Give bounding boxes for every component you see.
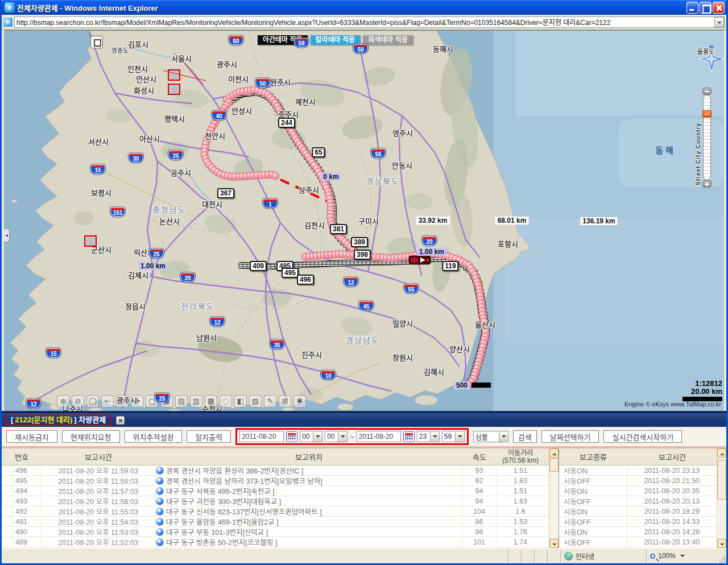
report-row[interactable]: 4942011-08-20 오후 11:57:03대구 동구 사복동 495-2… bbox=[2, 486, 549, 496]
current-location-button[interactable]: 현재위치요청 bbox=[62, 430, 120, 443]
distance-label: 0 km bbox=[321, 173, 341, 181]
status-zoom[interactable]: 100% bbox=[647, 549, 718, 563]
road-shield: 45 bbox=[359, 301, 374, 311]
cell-report-location: 대구 동구 율암동 469-1번지[율암2교 ] bbox=[155, 516, 462, 527]
event-row[interactable]: 시동OFF2011-08-20 21:50 bbox=[559, 476, 717, 486]
vehicle-tab[interactable]: [ 2122(문지현 대리) ] 차량관제 bbox=[5, 415, 111, 426]
header-event-type: 보고종류 bbox=[559, 451, 627, 462]
event-row[interactable]: 시동ON2011-08-20 18:29 bbox=[559, 506, 717, 517]
overview-map-button[interactable] bbox=[90, 36, 103, 48]
scroll-up-button[interactable] bbox=[549, 448, 559, 458]
resize-grip[interactable] bbox=[718, 555, 726, 563]
scroll-thumb[interactable] bbox=[549, 458, 559, 472]
eraser-icon[interactable]: ◧ bbox=[234, 395, 247, 408]
cell-event-type: 시동ON bbox=[559, 526, 627, 537]
gray-theme-button[interactable]: 회색테마 적용 bbox=[363, 35, 413, 45]
hour-to-select[interactable]: 23 bbox=[417, 431, 440, 442]
header-speed: 속도 bbox=[462, 451, 497, 462]
event-row[interactable]: 시동OFF2011-08-20 13:40 bbox=[559, 537, 717, 547]
city-label: 울산시 bbox=[475, 319, 495, 330]
cell-speed: 94 bbox=[462, 487, 497, 495]
minute-to-select[interactable]: 59 bbox=[442, 431, 465, 442]
pen-icon[interactable]: ✎ bbox=[264, 395, 276, 408]
zoom-dropdown-caret[interactable] bbox=[680, 555, 685, 559]
report-row[interactable]: 4902011-08-20 오후 11:53:03대구 동구 부동 101-3번… bbox=[2, 527, 549, 537]
cell-speed: 86 bbox=[462, 518, 497, 526]
grid-icon[interactable]: ⊞ bbox=[279, 395, 291, 408]
sea-label: 동해 bbox=[655, 144, 676, 156]
calendar-to-button[interactable] bbox=[403, 431, 415, 442]
tab-close-button[interactable] bbox=[116, 416, 125, 425]
city-label: 제천시 bbox=[295, 96, 316, 107]
mini-scale-bar bbox=[471, 383, 491, 388]
report-row[interactable]: 4932011-08-20 오후 11:56:03대구 동구 괴전동 300-3… bbox=[2, 496, 549, 506]
road-shield: 40 bbox=[212, 111, 226, 121]
zoom-slider-track[interactable]: Street City Country bbox=[703, 95, 711, 180]
event-row[interactable]: 시동ON2011-08-20 14:28 bbox=[559, 527, 717, 537]
report-row[interactable]: 4962011-08-20 오후 11:59:03경북 경산시 하양읍 환상리 … bbox=[2, 466, 549, 476]
hour-from-dropdown-arrow[interactable] bbox=[313, 431, 322, 442]
address-input[interactable] bbox=[15, 18, 714, 26]
date-select-button[interactable]: 날짜선택하기 bbox=[541, 430, 599, 443]
realtime-search-button[interactable]: 실시간검색시작하기 bbox=[603, 430, 682, 443]
waypoint-number: 496 bbox=[297, 275, 314, 285]
back-icon[interactable]: ← bbox=[101, 395, 114, 408]
lasso-icon[interactable]: ◯ bbox=[86, 395, 99, 408]
zoom-out-slider-button[interactable] bbox=[702, 88, 712, 95]
report-row[interactable]: 4892011-08-20 오후 11:52:03대구 동구 방촌동 50-2번… bbox=[2, 537, 549, 547]
report-table-scrollbar[interactable] bbox=[549, 448, 559, 548]
cell-speed: 93 bbox=[462, 467, 497, 475]
address-dropdown-button[interactable] bbox=[714, 17, 724, 27]
report-row[interactable]: 4952011-08-20 오후 11:58:03경북 경산시 하양읍 남하리 … bbox=[2, 476, 549, 486]
cell-event-time: 2011-08-20 21:50 bbox=[627, 477, 717, 485]
location-text: 대구 동구 방촌동 50-2번지[코코블링 ] bbox=[166, 537, 277, 547]
city-label: 울릉도 bbox=[697, 47, 714, 56]
symbol-select[interactable]: 심볼 bbox=[473, 431, 508, 442]
road-shield: 50 bbox=[353, 44, 368, 54]
calendar-from-button[interactable] bbox=[286, 431, 297, 442]
scroll-down-button[interactable] bbox=[717, 539, 726, 548]
scroll-down-button[interactable] bbox=[549, 539, 559, 548]
road-shield: 30 bbox=[129, 153, 143, 163]
close-button[interactable] bbox=[713, 2, 725, 14]
hour-to-dropdown-arrow[interactable] bbox=[430, 431, 439, 442]
color-theme-button[interactable]: 칼라테마 적용 bbox=[311, 35, 361, 45]
minimize-button[interactable] bbox=[686, 2, 698, 14]
event-row[interactable]: 시동OFF2011-08-20 14:33 bbox=[559, 517, 717, 527]
search-button[interactable]: 검색 bbox=[513, 430, 537, 443]
date-to-input[interactable] bbox=[357, 431, 401, 442]
waypoint-number: 367 bbox=[217, 188, 234, 198]
settings-icon[interactable]: ✱ bbox=[293, 395, 306, 408]
city-label: 논산시 bbox=[159, 215, 180, 226]
event-table-scrollbar[interactable] bbox=[717, 448, 726, 548]
symbol-dropdown-arrow[interactable] bbox=[499, 431, 508, 442]
cell-event-time: 2011-08-20 23:13 bbox=[627, 467, 717, 475]
date-from-input[interactable] bbox=[239, 431, 284, 442]
restart-block-button[interactable]: 재시동금지 bbox=[6, 430, 57, 443]
zoom-slider-handle[interactable] bbox=[702, 110, 712, 118]
event-row[interactable]: 시동ON2011-08-20 23:13 bbox=[559, 466, 717, 476]
minute-to-dropdown-arrow[interactable] bbox=[455, 431, 464, 442]
minute-from-select[interactable]: 00 bbox=[325, 431, 348, 442]
header-report-location: 보고위치 bbox=[155, 451, 462, 462]
cell-report-location: 대구 동구 사복동 495-2번지[숙천교 ] bbox=[155, 485, 462, 496]
tracking-settings-button[interactable]: 위치추적설정 bbox=[125, 430, 183, 443]
cell-no: 496 bbox=[2, 467, 42, 475]
event-row[interactable]: 시동ON2011-08-20 20:35 bbox=[559, 486, 717, 496]
print-icon[interactable]: ▥ bbox=[190, 395, 202, 408]
zoom-slider: Street City Country bbox=[700, 88, 716, 188]
scroll-thumb[interactable] bbox=[717, 460, 726, 500]
zoom-in-slider-button[interactable] bbox=[702, 180, 712, 188]
report-row[interactable]: 4922011-08-20 오후 11:55:03대구 동구 신서동 823-1… bbox=[2, 506, 549, 517]
log-print-button[interactable]: 일지출력 bbox=[187, 430, 231, 443]
maximize-button[interactable] bbox=[700, 2, 712, 14]
map-canvas[interactable]: N 아간테마 적용 칼라테마 적용 회색테마 적용 ◂ ⊕⊖◯←→✚▢▣▤▥▦◌… bbox=[4, 30, 724, 411]
minute-from-dropdown-arrow[interactable] bbox=[338, 431, 347, 442]
save-icon[interactable]: ▤ bbox=[175, 395, 188, 408]
scroll-up-button[interactable] bbox=[717, 448, 726, 458]
event-row[interactable]: 시동OFF2011-08-20 20:13 bbox=[559, 496, 717, 506]
hour-from-select[interactable]: 00 bbox=[300, 431, 322, 442]
sidebar-collapse-handle[interactable]: ◂ bbox=[4, 229, 10, 242]
road-icon[interactable]: ▨ bbox=[249, 395, 262, 408]
report-row[interactable]: 4912011-08-20 오후 11:54:03대구 동구 율암동 469-1… bbox=[2, 517, 549, 527]
